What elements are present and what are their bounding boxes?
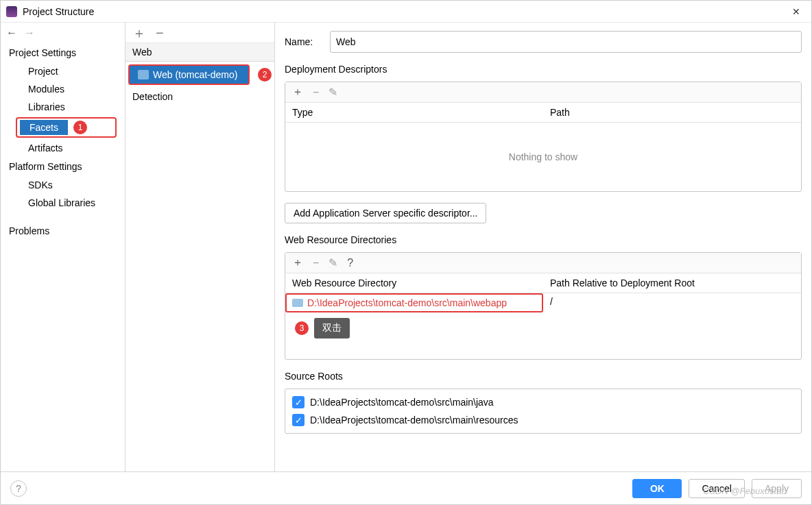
window-title: Project Structure	[23, 6, 787, 17]
remove-facet-icon[interactable]: −	[156, 26, 164, 40]
name-label: Name:	[285, 36, 322, 47]
source-root-path: D:\IdeaProjects\tomcat-demo\src\main\jav…	[310, 397, 494, 408]
help-icon[interactable]: ?	[10, 480, 27, 497]
source-root-item[interactable]: ✓ D:\IdeaProjects\tomcat-demo\src\main\r…	[285, 411, 801, 429]
source-roots-panel: ✓ D:\IdeaProjects\tomcat-demo\src\main\j…	[285, 389, 802, 434]
web-resource-dir: D:\IdeaProjects\tomcat-demo\src\main\web…	[307, 297, 507, 308]
web-resource-row[interactable]: D:\IdeaProjects\tomcat-demo\src\main\web…	[285, 293, 801, 312]
facet-item-web-tomcat-demo[interactable]: Web (tomcat-demo)	[130, 66, 248, 84]
annotation-2-box: Web (tomcat-demo)	[128, 64, 250, 85]
close-icon[interactable]: ✕	[787, 3, 806, 20]
facet-detail-panel: Name: Deployment Descriptors ＋ − ✎ Type …	[275, 23, 811, 471]
ok-button[interactable]: OK	[632, 479, 682, 498]
annotation-badge-2: 2	[258, 68, 272, 82]
web-facet-icon	[138, 70, 149, 79]
app-icon	[6, 6, 17, 17]
sidebar: ← → Project Settings Project Modules Lib…	[1, 23, 126, 471]
apply-button[interactable]: Apply	[752, 479, 802, 498]
web-resources-panel: ＋ − ✎ ? Web Resource Directory Path Rela…	[285, 252, 802, 360]
annotation-3-box: D:\IdeaProjects\tomcat-demo\src\main\web…	[285, 293, 543, 312]
deployment-descriptors-title: Deployment Descriptors	[285, 64, 802, 75]
facet-group-web[interactable]: Web	[126, 43, 274, 62]
res-col-rel: Path Relative to Deployment Root	[543, 273, 801, 293]
annotation-3: 3 双击	[289, 318, 801, 338]
sidebar-item-sdks[interactable]: SDKs	[1, 176, 125, 194]
sidebar-section-platform: Platform Settings	[1, 157, 125, 176]
source-roots-title: Source Roots	[285, 371, 802, 382]
sidebar-item-modules[interactable]: Modules	[1, 80, 125, 98]
sidebar-section-project: Project Settings	[1, 43, 125, 62]
back-icon[interactable]: ←	[6, 27, 17, 39]
desc-col-path: Path	[543, 103, 801, 122]
annotation-tooltip-3: 双击	[314, 318, 350, 338]
sidebar-item-project[interactable]: Project	[1, 62, 125, 80]
name-input[interactable]	[330, 31, 802, 53]
facet-group-detection[interactable]: Detection	[126, 88, 274, 106]
help-resource-icon[interactable]: ?	[347, 257, 353, 269]
web-resources-title: Web Resource Directories	[285, 234, 802, 245]
descriptors-empty: Nothing to show	[285, 123, 801, 191]
source-root-path: D:\IdeaProjects\tomcat-demo\src\main\res…	[310, 415, 518, 426]
forward-icon[interactable]: →	[24, 27, 35, 39]
checkbox-icon[interactable]: ✓	[292, 396, 304, 408]
source-root-item[interactable]: ✓ D:\IdeaProjects\tomcat-demo\src\main\j…	[285, 393, 801, 411]
checkbox-icon[interactable]: ✓	[292, 414, 304, 426]
annotation-badge-3: 3	[295, 321, 309, 335]
sidebar-item-artifacts[interactable]: Artifacts	[1, 139, 125, 157]
edit-resource-icon[interactable]: ✎	[329, 256, 337, 269]
annotation-badge-1: 1	[73, 121, 87, 134]
add-descriptor-icon[interactable]: ＋	[292, 85, 303, 99]
sidebar-item-problems[interactable]: Problems	[1, 221, 125, 241]
folder-icon	[292, 299, 303, 307]
add-facet-icon[interactable]: ＋	[132, 26, 146, 40]
desc-col-type: Type	[285, 103, 543, 122]
facets-list-panel: ＋ − Web Web (tomcat-demo) 2 Detection	[126, 23, 275, 471]
deployment-descriptors-panel: ＋ − ✎ Type Path Nothing to show	[285, 82, 802, 192]
remove-resource-icon[interactable]: −	[313, 257, 319, 269]
remove-descriptor-icon[interactable]: −	[313, 86, 319, 99]
cancel-button[interactable]: Cancel	[689, 479, 745, 498]
annotation-1: Facets 1	[16, 117, 117, 138]
sidebar-item-libraries[interactable]: Libraries	[1, 98, 125, 116]
web-resource-rel: /	[543, 293, 801, 312]
sidebar-item-facets[interactable]: Facets	[20, 120, 68, 135]
add-server-descriptor-button[interactable]: Add Application Server specific descript…	[285, 203, 486, 223]
add-resource-icon[interactable]: ＋	[292, 256, 303, 270]
res-col-dir: Web Resource Directory	[285, 273, 543, 293]
edit-descriptor-icon[interactable]: ✎	[329, 86, 337, 99]
sidebar-item-global-libraries[interactable]: Global Libraries	[1, 194, 125, 212]
facet-item-label: Web (tomcat-demo)	[153, 69, 237, 80]
